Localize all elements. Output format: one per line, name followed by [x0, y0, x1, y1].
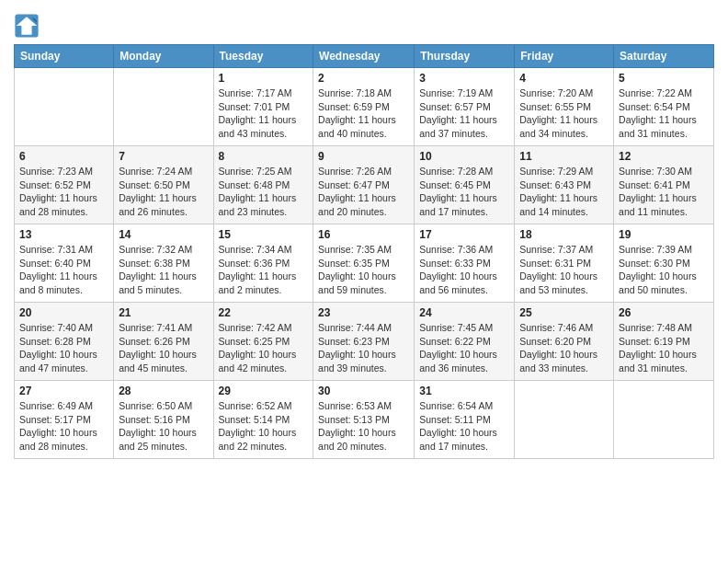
day-cell: 3Sunrise: 7:19 AM Sunset: 6:57 PM Daylig…	[415, 68, 515, 146]
day-info: Sunrise: 7:39 AM Sunset: 6:30 PM Dayligh…	[619, 243, 709, 297]
day-number: 27	[19, 385, 108, 397]
day-info: Sunrise: 6:54 AM Sunset: 5:11 PM Dayligh…	[419, 399, 509, 454]
day-cell: 20Sunrise: 7:40 AM Sunset: 6:28 PM Dayli…	[15, 303, 114, 381]
day-number: 4	[519, 72, 609, 85]
day-cell: 21Sunrise: 7:41 AM Sunset: 6:26 PM Dayli…	[114, 303, 213, 381]
day-info: Sunrise: 7:20 AM Sunset: 6:55 PM Dayligh…	[519, 86, 609, 141]
col-header-monday: Monday	[114, 45, 213, 68]
day-info: Sunrise: 7:36 AM Sunset: 6:33 PM Dayligh…	[419, 243, 509, 297]
day-info: Sunrise: 7:22 AM Sunset: 6:54 PM Dayligh…	[619, 86, 709, 141]
day-number: 22	[219, 306, 309, 319]
day-info: Sunrise: 7:40 AM Sunset: 6:28 PM Dayligh…	[19, 321, 108, 375]
col-header-tuesday: Tuesday	[213, 45, 313, 68]
day-info: Sunrise: 7:46 AM Sunset: 6:20 PM Dayligh…	[519, 321, 609, 375]
day-number: 20	[19, 306, 108, 319]
week-row-5: 27Sunrise: 6:49 AM Sunset: 5:17 PM Dayli…	[15, 381, 714, 459]
day-number: 12	[619, 150, 709, 163]
day-info: Sunrise: 7:24 AM Sunset: 6:50 PM Dayligh…	[119, 165, 208, 219]
day-cell: 1Sunrise: 7:17 AM Sunset: 7:01 PM Daylig…	[213, 68, 313, 146]
day-cell: 18Sunrise: 7:37 AM Sunset: 6:31 PM Dayli…	[515, 224, 614, 303]
day-cell: 31Sunrise: 6:54 AM Sunset: 5:11 PM Dayli…	[415, 381, 515, 459]
calendar-table: SundayMondayTuesdayWednesdayThursdayFrid…	[14, 44, 714, 459]
day-info: Sunrise: 7:19 AM Sunset: 6:57 PM Dayligh…	[419, 86, 509, 141]
day-cell: 8Sunrise: 7:25 AM Sunset: 6:48 PM Daylig…	[213, 146, 313, 224]
week-row-2: 6Sunrise: 7:23 AM Sunset: 6:52 PM Daylig…	[15, 146, 714, 224]
day-info: Sunrise: 7:17 AM Sunset: 7:01 PM Dayligh…	[219, 86, 309, 141]
col-header-saturday: Saturday	[614, 45, 714, 68]
day-cell: 10Sunrise: 7:28 AM Sunset: 6:45 PM Dayli…	[415, 146, 515, 224]
day-cell	[614, 381, 714, 459]
day-cell: 17Sunrise: 7:36 AM Sunset: 6:33 PM Dayli…	[415, 224, 515, 303]
day-number: 21	[119, 306, 208, 319]
day-cell: 16Sunrise: 7:35 AM Sunset: 6:35 PM Dayli…	[313, 224, 415, 303]
day-number: 8	[219, 150, 309, 163]
day-info: Sunrise: 7:34 AM Sunset: 6:36 PM Dayligh…	[219, 243, 309, 297]
col-header-thursday: Thursday	[415, 45, 515, 68]
day-number: 13	[19, 228, 108, 241]
day-info: Sunrise: 7:37 AM Sunset: 6:31 PM Dayligh…	[519, 243, 609, 297]
day-cell: 24Sunrise: 7:45 AM Sunset: 6:22 PM Dayli…	[415, 303, 515, 381]
day-info: Sunrise: 7:42 AM Sunset: 6:25 PM Dayligh…	[219, 321, 309, 375]
day-number: 7	[119, 150, 208, 163]
day-cell: 29Sunrise: 6:52 AM Sunset: 5:14 PM Dayli…	[213, 381, 313, 459]
day-cell: 13Sunrise: 7:31 AM Sunset: 6:40 PM Dayli…	[15, 224, 114, 303]
day-number: 19	[619, 228, 709, 241]
logo	[14, 13, 41, 39]
header	[14, 9, 714, 39]
col-header-friday: Friday	[515, 45, 614, 68]
day-info: Sunrise: 7:26 AM Sunset: 6:47 PM Dayligh…	[318, 165, 409, 219]
logo-icon	[14, 13, 40, 39]
day-info: Sunrise: 7:18 AM Sunset: 6:59 PM Dayligh…	[318, 86, 409, 141]
day-cell: 22Sunrise: 7:42 AM Sunset: 6:25 PM Dayli…	[213, 303, 313, 381]
day-cell	[515, 381, 614, 459]
day-info: Sunrise: 7:23 AM Sunset: 6:52 PM Dayligh…	[19, 165, 108, 219]
day-info: Sunrise: 6:53 AM Sunset: 5:13 PM Dayligh…	[318, 399, 409, 454]
day-cell: 7Sunrise: 7:24 AM Sunset: 6:50 PM Daylig…	[114, 146, 213, 224]
day-info: Sunrise: 7:44 AM Sunset: 6:23 PM Dayligh…	[318, 321, 409, 375]
day-cell: 11Sunrise: 7:29 AM Sunset: 6:43 PM Dayli…	[515, 146, 614, 224]
day-number: 15	[219, 228, 309, 241]
day-number: 2	[318, 72, 409, 85]
day-number: 30	[318, 385, 409, 397]
day-info: Sunrise: 7:28 AM Sunset: 6:45 PM Dayligh…	[419, 165, 509, 219]
page: SundayMondayTuesdayWednesdayThursdayFrid…	[0, 0, 728, 473]
day-number: 14	[119, 228, 208, 241]
day-info: Sunrise: 7:31 AM Sunset: 6:40 PM Dayligh…	[19, 243, 108, 297]
week-row-4: 20Sunrise: 7:40 AM Sunset: 6:28 PM Dayli…	[15, 303, 714, 381]
day-cell: 30Sunrise: 6:53 AM Sunset: 5:13 PM Dayli…	[313, 381, 415, 459]
day-number: 31	[419, 385, 509, 397]
day-number: 10	[419, 150, 509, 163]
day-info: Sunrise: 7:30 AM Sunset: 6:41 PM Dayligh…	[619, 165, 709, 219]
week-row-1: 1Sunrise: 7:17 AM Sunset: 7:01 PM Daylig…	[15, 68, 714, 146]
day-cell: 15Sunrise: 7:34 AM Sunset: 6:36 PM Dayli…	[213, 224, 313, 303]
day-info: Sunrise: 7:45 AM Sunset: 6:22 PM Dayligh…	[419, 321, 509, 375]
day-info: Sunrise: 7:25 AM Sunset: 6:48 PM Dayligh…	[219, 165, 309, 219]
day-cell: 23Sunrise: 7:44 AM Sunset: 6:23 PM Dayli…	[313, 303, 415, 381]
day-number: 23	[318, 306, 409, 319]
day-cell	[15, 68, 114, 146]
day-cell: 14Sunrise: 7:32 AM Sunset: 6:38 PM Dayli…	[114, 224, 213, 303]
day-info: Sunrise: 7:48 AM Sunset: 6:19 PM Dayligh…	[619, 321, 709, 375]
day-cell: 12Sunrise: 7:30 AM Sunset: 6:41 PM Dayli…	[614, 146, 714, 224]
day-cell: 5Sunrise: 7:22 AM Sunset: 6:54 PM Daylig…	[614, 68, 714, 146]
day-cell: 4Sunrise: 7:20 AM Sunset: 6:55 PM Daylig…	[515, 68, 614, 146]
day-number: 1	[219, 72, 309, 85]
day-number: 16	[318, 228, 409, 241]
day-cell: 9Sunrise: 7:26 AM Sunset: 6:47 PM Daylig…	[313, 146, 415, 224]
day-info: Sunrise: 6:50 AM Sunset: 5:16 PM Dayligh…	[119, 399, 208, 454]
day-number: 6	[19, 150, 108, 163]
day-cell: 6Sunrise: 7:23 AM Sunset: 6:52 PM Daylig…	[15, 146, 114, 224]
col-header-sunday: Sunday	[15, 45, 114, 68]
col-header-wednesday: Wednesday	[313, 45, 415, 68]
day-number: 5	[619, 72, 709, 85]
header-row: SundayMondayTuesdayWednesdayThursdayFrid…	[15, 45, 714, 68]
day-info: Sunrise: 7:35 AM Sunset: 6:35 PM Dayligh…	[318, 243, 409, 297]
day-cell	[114, 68, 213, 146]
day-info: Sunrise: 7:41 AM Sunset: 6:26 PM Dayligh…	[119, 321, 208, 375]
day-cell: 28Sunrise: 6:50 AM Sunset: 5:16 PM Dayli…	[114, 381, 213, 459]
day-number: 24	[419, 306, 509, 319]
day-number: 9	[318, 150, 409, 163]
day-cell: 25Sunrise: 7:46 AM Sunset: 6:20 PM Dayli…	[515, 303, 614, 381]
day-number: 28	[119, 385, 208, 397]
day-cell: 2Sunrise: 7:18 AM Sunset: 6:59 PM Daylig…	[313, 68, 415, 146]
